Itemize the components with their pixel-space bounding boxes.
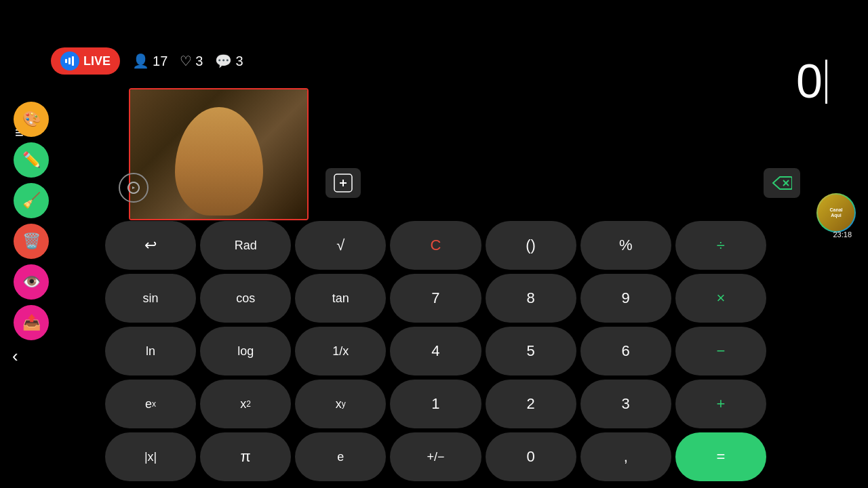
comments-icon: 💬	[215, 53, 232, 69]
abs-button[interactable]: |x|	[105, 432, 196, 481]
five-button[interactable]: 5	[486, 327, 576, 375]
comma-button[interactable]: ,	[580, 432, 671, 481]
ln-button[interactable]: ln	[105, 327, 196, 375]
calculator-grid: ↩ Rad √ C () % ÷ sin cos tan 7 8 9 × ln …	[105, 221, 861, 481]
eraser-button[interactable]: 🧹	[14, 183, 49, 218]
viewers-count: 17	[153, 54, 167, 69]
three-button[interactable]: 3	[580, 380, 671, 428]
edit-button[interactable]: ✏️	[14, 142, 49, 178]
sidebar: 🎨 ✏️ 🧹 🗑️ 👁️ 📤	[14, 102, 49, 340]
display-value: 0	[796, 54, 823, 108]
sqrt-button[interactable]: √	[295, 221, 386, 270]
exp-button[interactable]: ex	[105, 380, 196, 428]
six-button[interactable]: 6	[580, 327, 671, 375]
comments-count: 3	[235, 54, 243, 69]
comments-stat: 💬 3	[215, 53, 243, 69]
backspace-button[interactable]	[764, 168, 800, 198]
calculator-display: 0	[796, 54, 827, 108]
likes-icon: ♡	[180, 53, 192, 69]
sin-button[interactable]: sin	[105, 274, 196, 323]
viewers-icon: 👤	[132, 53, 149, 69]
nine-button[interactable]: 9	[580, 274, 671, 323]
likes-count: 3	[195, 54, 203, 69]
log-button[interactable]: log	[200, 327, 291, 375]
live-badge[interactable]: LIVE	[51, 47, 120, 75]
video-preview	[129, 88, 309, 220]
delete-button[interactable]: 🗑️	[14, 224, 49, 259]
swap-button[interactable]: ↩	[105, 221, 196, 270]
palette-button[interactable]: 🎨	[14, 102, 49, 137]
parens-button[interactable]: ()	[486, 221, 576, 270]
live-bar: LIVE 👤 17 ♡ 3 💬 3	[51, 47, 243, 75]
svg-rect-2	[72, 56, 74, 66]
back-arrow[interactable]: ‹	[12, 346, 18, 367]
clear-button[interactable]: C	[390, 221, 481, 270]
add-function-button[interactable]	[326, 168, 361, 198]
minus-button[interactable]: −	[675, 327, 766, 375]
plus-button[interactable]: +	[675, 380, 766, 428]
likes-stat: ♡ 3	[180, 53, 203, 69]
one-button[interactable]: 1	[390, 380, 481, 428]
equals-button[interactable]: =	[675, 432, 766, 481]
zero-button[interactable]: 0	[486, 432, 576, 481]
eight-button[interactable]: 8	[486, 274, 576, 323]
live-icon	[60, 52, 79, 70]
rad-button[interactable]: Rad	[200, 221, 291, 270]
pi-button[interactable]: π	[200, 432, 291, 481]
power-button[interactable]: xy	[295, 380, 386, 428]
cursor	[825, 60, 827, 104]
reciprocal-button[interactable]: 1/x	[295, 327, 386, 375]
video-face	[130, 89, 307, 219]
four-button[interactable]: 4	[390, 327, 481, 375]
face-shape	[175, 107, 263, 216]
cos-button[interactable]: cos	[200, 274, 291, 323]
export-button[interactable]: 📤	[14, 305, 49, 340]
tan-button[interactable]: tan	[295, 274, 386, 323]
svg-rect-0	[65, 59, 67, 63]
live-label: LIVE	[83, 54, 111, 68]
multiply-button[interactable]: ×	[675, 274, 766, 323]
square-button[interactable]: x2	[200, 380, 291, 428]
svg-rect-1	[68, 58, 71, 64]
seven-button[interactable]: 7	[390, 274, 481, 323]
two-button[interactable]: 2	[486, 380, 576, 428]
negate-button[interactable]: +/−	[390, 432, 481, 481]
euler-button[interactable]: e	[295, 432, 386, 481]
circle-icon[interactable]	[119, 173, 149, 203]
percent-button[interactable]: %	[580, 221, 671, 270]
divide-button[interactable]: ÷	[675, 221, 766, 270]
viewers-stat: 👤 17	[132, 53, 167, 69]
eye-button[interactable]: 👁️	[14, 264, 49, 300]
